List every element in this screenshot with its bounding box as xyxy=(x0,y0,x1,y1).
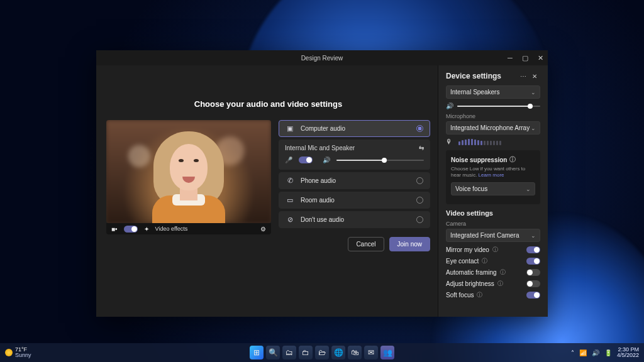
speaker-select[interactable]: Internal Speakers ⌄ xyxy=(446,85,540,99)
volume-tray-icon[interactable]: 🔊 xyxy=(592,349,599,356)
maximize-button[interactable]: ▢ xyxy=(518,50,533,65)
search-icon[interactable]: 🔍 xyxy=(266,346,280,359)
speaker-volume-slider[interactable] xyxy=(457,106,540,107)
volume-slider[interactable] xyxy=(336,160,424,161)
chevron-down-icon: ⌄ xyxy=(531,125,536,131)
chevron-down-icon: ⌄ xyxy=(531,233,536,239)
audio-option-room[interactable]: ▭ Room audio xyxy=(279,192,430,209)
microphone-value: Integrated Microphone Array xyxy=(450,124,530,131)
radio-indicator xyxy=(416,125,423,132)
speaker-icon: 🔊 xyxy=(446,102,453,109)
battery-icon[interactable]: 🔋 xyxy=(604,349,612,356)
cancel-button[interactable]: Cancel xyxy=(348,237,384,251)
explorer-2-icon[interactable]: 🗁 xyxy=(315,346,329,359)
toggle-eye-contact: Eye contact ⓘ xyxy=(446,257,540,265)
audio-option-computer[interactable]: ▣ Computer audio xyxy=(279,120,430,137)
mirror-switch[interactable] xyxy=(526,246,540,253)
main-pane: Choose your audio and video settings xyxy=(96,65,438,317)
clock-date: 4/5/2022 xyxy=(617,353,639,358)
toggle-label: Adjust brightness xyxy=(446,280,494,287)
audio-option-label: Don't use audio xyxy=(301,216,344,223)
microphone-label: Microphone xyxy=(446,113,540,119)
audio-option-label: Phone audio xyxy=(301,177,336,184)
join-button[interactable]: Join now xyxy=(389,237,430,251)
mic-level-icon: 🎙 xyxy=(446,138,452,145)
microphone-icon: 🎤 xyxy=(285,156,292,163)
close-button[interactable]: ✕ xyxy=(533,50,548,65)
audio-option-none[interactable]: ⊘ Don't use audio xyxy=(279,211,430,228)
panel-title: Device settings xyxy=(446,72,518,80)
titlebar: Design Review ─ ▢ ✕ xyxy=(96,50,548,65)
eye-contact-switch[interactable] xyxy=(526,258,540,265)
window-title: Design Review xyxy=(301,55,343,62)
info-icon[interactable]: ⓘ xyxy=(500,268,506,277)
phone-icon: ✆ xyxy=(286,177,294,185)
camera-toggle[interactable] xyxy=(124,226,138,233)
audio-option-label: Room audio xyxy=(301,197,335,204)
auto-framing-switch[interactable] xyxy=(526,269,540,276)
info-icon[interactable]: ⓘ xyxy=(477,291,482,299)
speaker-badge-icon: ▣ xyxy=(286,124,294,133)
soft-focus-switch[interactable] xyxy=(526,292,540,299)
minimize-button[interactable]: ─ xyxy=(502,50,518,65)
computer-audio-settings: Internal Mic and Speaker ⇆ 🎤 🔊 xyxy=(279,140,430,170)
toggle-brightness: Adjust brightness ⓘ xyxy=(446,280,540,288)
prejoin-window: Design Review ─ ▢ ✕ Choose your audio an… xyxy=(96,50,548,317)
noise-mode-value: Voice focus xyxy=(455,185,487,192)
audio-option-phone[interactable]: ✆ Phone audio xyxy=(279,172,430,189)
more-icon[interactable]: ⋯ xyxy=(518,73,529,80)
task-view-icon[interactable]: 🗂 xyxy=(282,346,296,359)
video-preview xyxy=(106,120,271,223)
radio-indicator xyxy=(416,197,423,204)
explorer-icon[interactable]: 🗀 xyxy=(299,346,313,359)
speaker-value: Internal Speakers xyxy=(450,89,499,96)
info-icon[interactable]: ⓘ xyxy=(492,246,498,254)
mic-toggle[interactable] xyxy=(299,156,313,163)
microphone-select[interactable]: Integrated Microphone Array ⌄ xyxy=(446,121,540,134)
noise-mode-select[interactable]: Voice focus ⌄ xyxy=(451,182,535,195)
toggle-label: Mirror my video xyxy=(446,246,489,253)
system-tray: ˄ 📶 🔊 🔋 2:30 PM 4/5/2022 xyxy=(571,347,639,359)
toggle-label: Eye contact xyxy=(446,258,479,265)
chevron-down-icon: ⌄ xyxy=(531,89,536,96)
store-icon[interactable]: 🛍 xyxy=(348,346,362,359)
toggle-mirror: Mirror my video ⓘ xyxy=(446,246,540,254)
weather-widget[interactable]: 71°F Sunny xyxy=(5,347,31,358)
swap-devices-icon[interactable]: ⇆ xyxy=(419,145,424,151)
taskbar: 71°F Sunny ⊞ 🔍 🗂 🗀 🗁 🌐 🛍 ✉ 👥 ˄ 📶 🔊 🔋 2:3… xyxy=(0,343,644,362)
chevron-down-icon: ⌄ xyxy=(526,186,531,192)
camera-label: Camera xyxy=(446,221,540,227)
audio-option-label: Computer audio xyxy=(301,125,345,132)
mic-level-meter xyxy=(458,139,501,145)
panel-close-icon[interactable]: ✕ xyxy=(529,73,540,80)
radio-indicator xyxy=(416,177,423,184)
weather-cond: Sunny xyxy=(15,353,31,358)
noise-title: Noise suppression xyxy=(451,156,507,163)
clock[interactable]: 2:30 PM 4/5/2022 xyxy=(617,347,639,359)
video-effects-button[interactable]: Video effects xyxy=(155,226,188,232)
weather-icon xyxy=(5,349,13,356)
noise-suppression-card: Noise suppression ⓘ Choose Low if you wa… xyxy=(446,150,540,204)
room-icon: ▭ xyxy=(286,196,294,204)
camera-icon: ■• xyxy=(111,226,118,233)
info-icon[interactable]: ⓘ xyxy=(482,257,487,265)
camera-select[interactable]: Integrated Front Camera ⌄ xyxy=(446,229,540,242)
page-heading: Choose your audio and video settings xyxy=(106,99,430,109)
taskbar-center: ⊞ 🔍 🗂 🗀 🗁 🌐 🛍 ✉ 👥 xyxy=(250,346,394,359)
info-icon[interactable]: ⓘ xyxy=(497,280,503,288)
start-icon[interactable]: ⊞ xyxy=(250,346,264,359)
teams-icon[interactable]: 👥 xyxy=(380,346,394,359)
mute-icon: ⊘ xyxy=(286,216,294,224)
gear-icon[interactable]: ⚙ xyxy=(260,226,266,233)
tray-chevron-icon[interactable]: ˄ xyxy=(571,349,574,356)
wifi-icon[interactable]: 📶 xyxy=(579,349,587,356)
mail-icon[interactable]: ✉ xyxy=(364,346,378,359)
brightness-switch[interactable] xyxy=(526,280,540,287)
info-icon[interactable]: ⓘ xyxy=(509,155,516,164)
device-pair-label: Internal Mic and Speaker xyxy=(285,145,355,151)
edge-icon[interactable]: 🌐 xyxy=(331,346,345,359)
toggle-label: Soft focus xyxy=(446,292,474,299)
learn-more-link[interactable]: Learn more xyxy=(479,172,504,178)
video-settings-title: Video settings xyxy=(446,209,540,217)
toggle-auto-framing: Automatic framing ⓘ xyxy=(446,268,540,277)
